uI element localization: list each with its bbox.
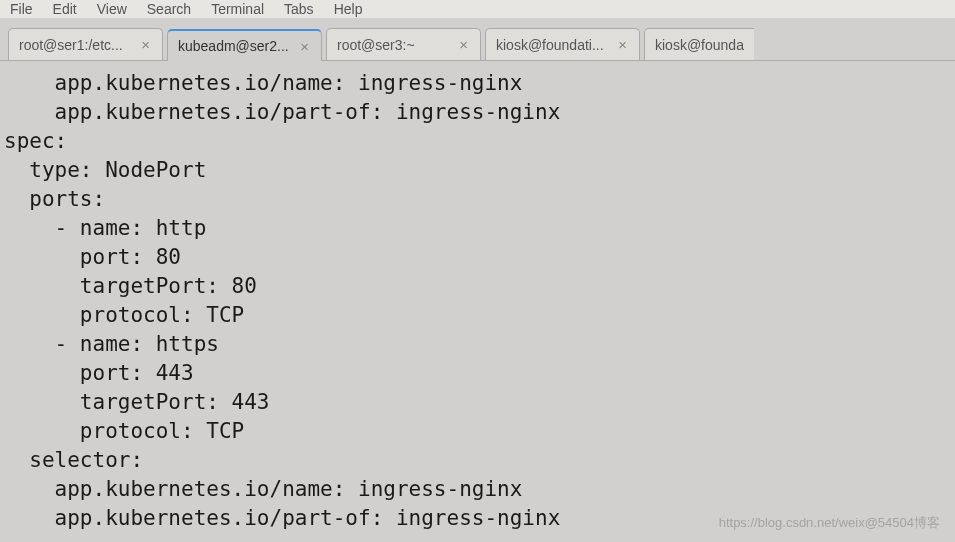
tab-0[interactable]: root@ser1:/etc... × bbox=[8, 28, 163, 60]
terminal-output[interactable]: app.kubernetes.io/name: ingress-nginx ap… bbox=[0, 60, 955, 542]
tab-label: root@ser1:/etc... bbox=[19, 37, 131, 53]
menu-terminal[interactable]: Terminal bbox=[211, 1, 264, 17]
close-icon[interactable]: × bbox=[139, 36, 152, 53]
tab-3[interactable]: kiosk@foundati... × bbox=[485, 28, 640, 60]
menu-edit[interactable]: Edit bbox=[53, 1, 77, 17]
menu-help[interactable]: Help bbox=[334, 1, 363, 17]
tab-label: kubeadm@ser2... bbox=[178, 38, 290, 54]
menu-search[interactable]: Search bbox=[147, 1, 191, 17]
watermark: https://blog.csdn.net/weix@54504博客 bbox=[719, 514, 940, 532]
menubar: File Edit View Search Terminal Tabs Help bbox=[0, 0, 955, 18]
tabbar: root@ser1:/etc... × kubeadm@ser2... × ro… bbox=[0, 18, 955, 60]
close-icon[interactable]: × bbox=[616, 36, 629, 53]
tab-label: kiosk@founda bbox=[655, 37, 744, 53]
tab-2[interactable]: root@ser3:~ × bbox=[326, 28, 481, 60]
menu-view[interactable]: View bbox=[97, 1, 127, 17]
close-icon[interactable]: × bbox=[457, 36, 470, 53]
tab-label: root@ser3:~ bbox=[337, 37, 449, 53]
menu-tabs[interactable]: Tabs bbox=[284, 1, 314, 17]
tab-1[interactable]: kubeadm@ser2... × bbox=[167, 29, 322, 61]
menu-file[interactable]: File bbox=[10, 1, 33, 17]
tab-label: kiosk@foundati... bbox=[496, 37, 608, 53]
close-icon[interactable]: × bbox=[298, 38, 311, 55]
tab-4[interactable]: kiosk@founda bbox=[644, 28, 754, 60]
